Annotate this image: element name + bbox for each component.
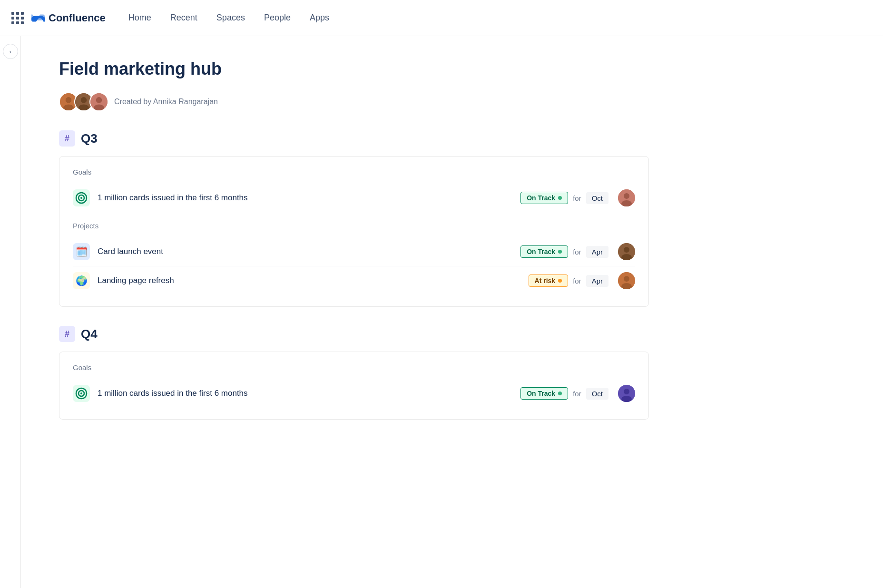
page-title: Field marketing hub <box>59 59 649 79</box>
svg-point-16 <box>624 247 629 253</box>
svg-point-7 <box>96 97 102 103</box>
nav-home[interactable]: Home <box>121 9 159 27</box>
proj1-avatar <box>618 243 635 260</box>
nav-apps[interactable]: Apps <box>302 9 337 27</box>
q3-goal1-for: for <box>573 194 581 202</box>
goal-icon <box>73 189 90 206</box>
q4-goal-icon <box>73 385 90 402</box>
svg-point-2 <box>63 104 74 111</box>
q4-goals-group: Goals 1 million cards issued in the firs… <box>73 363 635 408</box>
status-dot <box>558 250 562 254</box>
table-row: 1 million cards issued in the first 6 mo… <box>73 184 635 212</box>
nav-people[interactable]: People <box>256 9 298 27</box>
landing-page-icon: 🌍 <box>73 272 90 289</box>
proj2-title: Landing page refresh <box>98 276 529 285</box>
svg-point-13 <box>624 193 629 199</box>
avatar-stack <box>59 92 108 111</box>
proj1-status: On Track <box>520 245 568 258</box>
proj1-date: Apr <box>586 246 608 258</box>
proj2-date: Apr <box>586 275 608 287</box>
proj2-avatar <box>618 272 635 289</box>
q3-goal1-date: Oct <box>586 192 608 204</box>
layout: › Field marketing hub <box>0 36 883 588</box>
q3-goal1-avatar <box>618 189 635 206</box>
svg-point-8 <box>94 104 104 111</box>
q3-card: Goals 1 million cards issued in the firs… <box>59 156 649 307</box>
q4-goal1-for: for <box>573 390 581 398</box>
topnav: Confluence Home Recent Spaces People App… <box>0 0 883 36</box>
q3-projects-label: Projects <box>73 222 635 230</box>
confluence-logo-icon <box>31 11 45 25</box>
q3-projects-group: Projects 🗓️ Card launch event On Track f… <box>73 222 635 295</box>
status-dot <box>558 279 562 283</box>
goal-circle-icon <box>75 192 88 204</box>
status-dot <box>558 392 562 395</box>
svg-point-23 <box>80 392 82 394</box>
svg-point-11 <box>80 197 82 199</box>
creator-text: Created by Annika Rangarajan <box>114 98 218 106</box>
q4-goals-label: Goals <box>73 363 635 372</box>
table-row: 🗓️ Card launch event On Track for Apr <box>73 237 635 266</box>
svg-point-5 <box>78 104 89 111</box>
sidebar: › <box>0 36 21 588</box>
goal-circle-icon <box>75 387 88 400</box>
nav-links: Home Recent Spaces People Apps <box>121 9 337 27</box>
q3-goal1-title: 1 million cards issued in the first 6 mo… <box>98 193 520 203</box>
section-header-q3: # Q3 <box>59 130 649 147</box>
status-dot <box>558 196 562 200</box>
q4-goal1-avatar <box>618 385 635 402</box>
logo[interactable]: Confluence <box>31 11 106 25</box>
q4-goal1-meta: On Track for Oct <box>520 385 635 402</box>
q4-card: Goals 1 million cards issued in the firs… <box>59 352 649 420</box>
q3-hash-icon: # <box>59 130 75 147</box>
q4-goal1-title: 1 million cards issued in the first 6 mo… <box>98 389 520 398</box>
q3-goal1-status: On Track <box>520 192 568 204</box>
table-row: 🌍 Landing page refresh At risk for Apr <box>73 266 635 295</box>
logo-text: Confluence <box>49 12 106 24</box>
q3-goals-group: Goals 1 million cards issued in the firs… <box>73 168 635 212</box>
avatar-image-3 <box>90 92 108 111</box>
q4-title: Q4 <box>81 327 98 342</box>
grid-menu-icon[interactable] <box>11 12 24 24</box>
q3-title: Q3 <box>81 131 98 146</box>
card-launch-icon: 🗓️ <box>73 243 90 260</box>
svg-point-25 <box>624 389 629 394</box>
proj1-meta: On Track for Apr <box>520 243 635 260</box>
q3-goals-label: Goals <box>73 168 635 176</box>
section-header-q4: # Q4 <box>59 326 649 342</box>
main-content: Field marketing hub <box>21 36 687 588</box>
creator-row: Created by Annika Rangarajan <box>59 92 649 111</box>
proj1-title: Card launch event <box>98 247 520 256</box>
proj2-for: for <box>573 277 581 285</box>
avatar <box>89 92 108 111</box>
proj2-status: At risk <box>529 274 569 287</box>
q4-goal1-date: Oct <box>586 388 608 400</box>
table-row: 1 million cards issued in the first 6 mo… <box>73 379 635 408</box>
section-q3: # Q3 Goals <box>59 130 649 307</box>
svg-point-1 <box>66 97 72 103</box>
svg-point-19 <box>624 276 629 282</box>
section-q4: # Q4 Goals <box>59 326 649 420</box>
proj1-for: for <box>573 248 581 256</box>
nav-spaces[interactable]: Spaces <box>209 9 253 27</box>
q3-goal1-meta: On Track for Oct <box>520 189 635 206</box>
svg-point-4 <box>81 97 87 103</box>
sidebar-toggle-button[interactable]: › <box>3 44 18 59</box>
q4-hash-icon: # <box>59 326 75 342</box>
proj2-meta: At risk for Apr <box>529 272 635 289</box>
nav-recent[interactable]: Recent <box>163 9 205 27</box>
q4-goal1-status: On Track <box>520 387 568 400</box>
